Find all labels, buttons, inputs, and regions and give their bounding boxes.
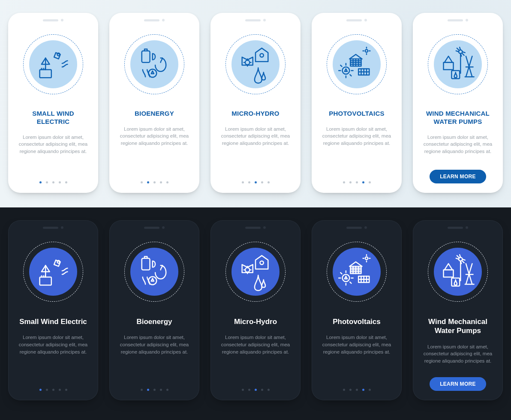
page-dot[interactable] [59, 181, 61, 183]
page-dot[interactable] [141, 389, 143, 391]
page-dot[interactable] [46, 389, 48, 391]
page-dot[interactable] [52, 389, 54, 391]
page-dot[interactable] [65, 181, 67, 183]
page-indicator[interactable] [242, 172, 270, 183]
icon-frame [225, 242, 286, 302]
page-dot[interactable] [242, 181, 244, 183]
page-dot[interactable] [268, 181, 270, 183]
card-description: Lorem ipsum dolor sit amet, consectetur … [218, 126, 293, 147]
card-title: Wind Mechanical Water Pumps [421, 317, 495, 336]
card-title: Micro-Hydro [234, 317, 277, 326]
page-dot[interactable] [242, 389, 244, 391]
page-indicator[interactable] [141, 379, 168, 391]
onboarding-card[interactable]: SMALL WIND ELECTRICLorem ipsum dolor sit… [8, 13, 98, 193]
page-dot[interactable] [153, 181, 156, 183]
onboarding-card[interactable]: WIND MECHANICAL WATER PUMPSLorem ipsum d… [413, 13, 503, 193]
micro-hydro-icon [231, 40, 280, 88]
page-dot[interactable] [65, 389, 67, 391]
page-dot[interactable] [356, 181, 358, 183]
wind-pump-icon [434, 40, 482, 88]
card-description: Lorem ipsum dolor sit amet, consectetur … [421, 343, 495, 365]
page-dot[interactable] [362, 389, 364, 391]
onboarding-card[interactable]: PhotovoltaicsLorem ipsum dolor sit amet,… [312, 220, 402, 400]
photovoltaics-icon [333, 40, 381, 88]
page-dot[interactable] [166, 181, 168, 183]
wind-pump-icon [434, 248, 482, 296]
card-title: WIND MECHANICAL WATER PUMPS [421, 110, 495, 126]
page-dot[interactable] [362, 181, 364, 183]
phone-notch [346, 226, 367, 229]
bioenergy-icon [130, 248, 178, 296]
phone-notch [43, 226, 63, 229]
card-title: Photovoltaics [333, 317, 380, 326]
page-dot[interactable] [52, 181, 54, 183]
onboarding-card[interactable]: Wind Mechanical Water PumpsLorem ipsum d… [413, 220, 503, 400]
page-dot[interactable] [39, 389, 42, 391]
page-indicator[interactable] [242, 379, 270, 391]
page-dot[interactable] [261, 389, 263, 391]
page-indicator[interactable] [39, 379, 67, 391]
page-indicator[interactable] [141, 172, 168, 183]
page-dot[interactable] [160, 181, 162, 183]
icon-frame [124, 34, 184, 94]
icon-frame [327, 242, 387, 302]
card-description: Lorem ipsum dolor sit amet, consectetur … [319, 126, 394, 147]
page-dot[interactable] [261, 181, 263, 183]
onboarding-card[interactable]: Micro-HydroLorem ipsum dolor sit amet, c… [210, 220, 301, 400]
bioenergy-icon [130, 40, 178, 88]
card-description: Lorem ipsum dolor sit amet, consectetur … [16, 334, 90, 355]
card-description: Lorem ipsum dolor sit amet, consectetur … [319, 334, 394, 355]
page-dot[interactable] [39, 181, 42, 183]
onboarding-card[interactable]: PHOTOVOLTAICSLorem ipsum dolor sit amet,… [312, 13, 402, 193]
phone-notch [346, 19, 367, 21]
card-title: Bioenergy [136, 317, 172, 326]
page-dot[interactable] [166, 389, 168, 391]
page-dot[interactable] [248, 389, 250, 391]
page-dot[interactable] [147, 389, 149, 391]
page-indicator[interactable] [39, 172, 67, 183]
card-title: PHOTOVOLTAICS [329, 110, 384, 118]
page-dot[interactable] [141, 181, 143, 183]
icon-frame [23, 34, 83, 94]
page-indicator[interactable] [343, 172, 371, 183]
icon-frame [428, 242, 488, 302]
onboarding-card[interactable]: BioenergyLorem ipsum dolor sit amet, con… [109, 220, 199, 400]
onboarding-card[interactable]: Small Wind ElectricLorem ipsum dolor sit… [8, 220, 98, 400]
page-dot[interactable] [349, 181, 352, 183]
icon-frame [428, 34, 488, 94]
phone-notch [448, 226, 468, 229]
page-dot[interactable] [248, 181, 250, 183]
phone-notch [448, 19, 468, 21]
phone-notch [245, 226, 266, 229]
phone-notch [43, 19, 63, 21]
learn-more-button[interactable]: LEARN MORE [430, 170, 486, 183]
phone-notch [144, 19, 165, 21]
card-description: Lorem ipsum dolor sit amet, consectetur … [16, 134, 90, 155]
page-dot[interactable] [59, 389, 61, 391]
page-dot[interactable] [369, 389, 371, 391]
page-dot[interactable] [356, 389, 358, 391]
page-dot[interactable] [255, 181, 257, 183]
onboarding-row-light: SMALL WIND ELECTRICLorem ipsum dolor sit… [0, 0, 511, 207]
page-dot[interactable] [343, 389, 345, 391]
page-dot[interactable] [268, 389, 270, 391]
onboarding-card[interactable]: BIOENERGYLorem ipsum dolor sit amet, con… [109, 13, 199, 193]
page-indicator[interactable] [343, 379, 371, 391]
page-dot[interactable] [349, 389, 352, 391]
onboarding-card[interactable]: MICRO-HYDROLorem ipsum dolor sit amet, c… [210, 13, 301, 193]
page-dot[interactable] [369, 181, 371, 183]
page-dot[interactable] [160, 389, 162, 391]
page-dot[interactable] [46, 181, 48, 183]
card-description: Lorem ipsum dolor sit amet, consectetur … [117, 126, 192, 147]
wind-electric-icon [29, 248, 77, 296]
page-dot[interactable] [147, 181, 149, 183]
page-dot[interactable] [153, 389, 156, 391]
card-title: BIOENERGY [135, 110, 174, 118]
wind-electric-icon [29, 40, 77, 88]
micro-hydro-icon [231, 248, 280, 296]
page-dot[interactable] [343, 181, 345, 183]
onboarding-row-dark: Small Wind ElectricLorem ipsum dolor sit… [0, 207, 511, 420]
learn-more-button[interactable]: LEARN MORE [430, 377, 486, 391]
page-dot[interactable] [255, 389, 257, 391]
card-description: Lorem ipsum dolor sit amet, consectetur … [218, 334, 293, 355]
